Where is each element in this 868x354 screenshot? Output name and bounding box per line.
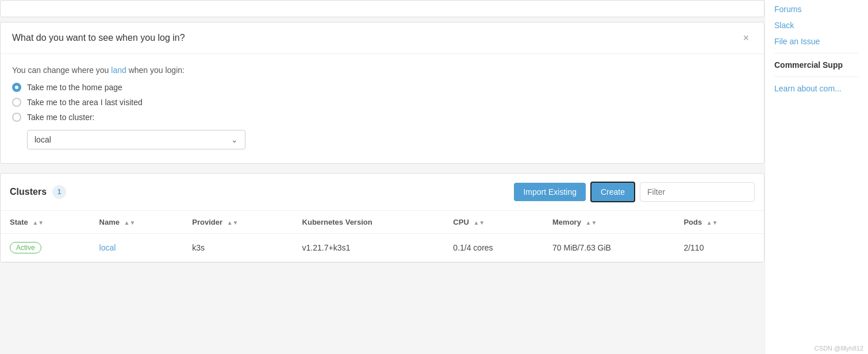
col-memory[interactable]: Memory ▲▼ [543, 211, 674, 234]
sort-pods-icon: ▲▼ [706, 220, 718, 226]
table-row: Active local k3s v1.21.7+k3s1 0.1/4 core… [1, 234, 764, 262]
sidebar-divider-2 [774, 76, 859, 77]
sidebar-link-slack[interactable]: Slack [774, 21, 859, 30]
cluster-select-value: local [34, 135, 51, 144]
sort-provider-icon: ▲▼ [227, 220, 239, 226]
close-button[interactable]: × [739, 32, 752, 44]
radio-item-cluster[interactable]: Take me to cluster: [12, 113, 752, 122]
cluster-name-link[interactable]: local [99, 243, 116, 252]
clusters-table: State ▲▼ Name ▲▼ Provider ▲▼ Kubernete [1, 211, 764, 262]
radio-label-home: Take me to the home page [27, 83, 122, 92]
clusters-header: Clusters 1 Import Existing Create [1, 174, 764, 211]
top-card [0, 0, 765, 17]
cell-k8s-version: v1.21.7+k3s1 [293, 234, 444, 262]
sidebar-learn-link[interactable]: Learn about com... [774, 84, 859, 93]
cell-memory: 70 MiB/7.63 GiB [543, 234, 674, 262]
cell-provider: k3s [183, 234, 293, 262]
sidebar-divider [774, 53, 859, 53]
radio-circle-last [12, 98, 21, 107]
radio-label-cluster: Take me to cluster: [27, 113, 95, 122]
pref-description: You can change where you land when you l… [12, 66, 752, 75]
cluster-select[interactable]: local ⌄ [27, 130, 245, 149]
status-badge: Active [10, 242, 41, 253]
cell-pods: 2/110 [674, 234, 764, 262]
clusters-count-badge: 1 [52, 185, 66, 199]
cluster-dropdown-wrap: local ⌄ [27, 130, 752, 149]
commercial-support-title: Commercial Supp [774, 60, 859, 70]
login-pref-header: What do you want to see when you log in?… [1, 22, 764, 54]
sort-cpu-icon: ▲▼ [473, 220, 485, 226]
right-sidebar: Forums Slack File an Issue Commercial Su… [765, 0, 868, 354]
radio-item-last[interactable]: Take me to the area I last visited [12, 98, 752, 107]
col-state[interactable]: State ▲▼ [1, 211, 90, 234]
radio-circle-home [12, 83, 21, 92]
cell-cpu: 0.1/4 cores [444, 234, 543, 262]
sort-memory-icon: ▲▼ [586, 220, 597, 226]
table-header-row: State ▲▼ Name ▲▼ Provider ▲▼ Kubernete [1, 211, 764, 234]
sidebar-link-forums[interactable]: Forums [774, 5, 859, 14]
clusters-title: Clusters [10, 187, 47, 197]
radio-group: Take me to the home page Take me to the … [12, 83, 752, 149]
radio-circle-cluster [12, 113, 21, 122]
radio-item-home[interactable]: Take me to the home page [12, 83, 752, 92]
col-k8s-version[interactable]: Kubernetes Version [293, 211, 444, 234]
login-pref-body: You can change where you land when you l… [1, 54, 764, 163]
clusters-actions: Import Existing Create [514, 182, 755, 202]
chevron-down-icon: ⌄ [231, 135, 238, 144]
cell-name: local [90, 234, 183, 262]
land-link[interactable]: land [111, 66, 126, 75]
col-cpu[interactable]: CPU ▲▼ [444, 211, 543, 234]
watermark: CSDN @llllyh812 [815, 345, 863, 352]
login-pref-title: What do you want to see when you log in? [12, 33, 185, 43]
sidebar-link-file-issue[interactable]: File an Issue [774, 37, 859, 46]
sort-name-icon: ▲▼ [124, 220, 136, 226]
radio-label-last: Take me to the area I last visited [27, 98, 143, 107]
col-name[interactable]: Name ▲▼ [90, 211, 183, 234]
import-existing-button[interactable]: Import Existing [514, 183, 586, 201]
col-pods[interactable]: Pods ▲▼ [674, 211, 764, 234]
clusters-section: Clusters 1 Import Existing Create State … [0, 173, 765, 263]
sort-state-icon: ▲▼ [32, 220, 44, 226]
filter-input[interactable] [640, 182, 755, 202]
login-pref-card: What do you want to see when you log in?… [0, 22, 765, 164]
col-provider[interactable]: Provider ▲▼ [183, 211, 293, 234]
cell-state: Active [1, 234, 90, 262]
create-button[interactable]: Create [590, 182, 635, 202]
